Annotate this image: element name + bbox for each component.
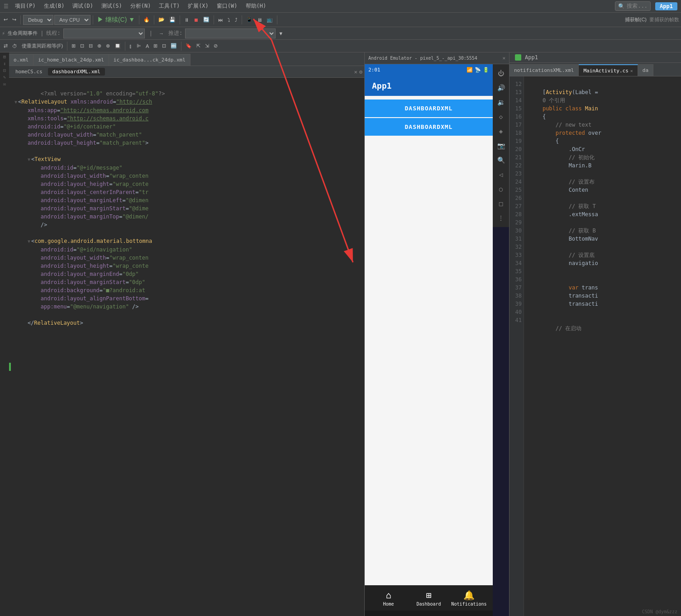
editor-btn-align6[interactable]: 🔤	[169, 42, 179, 50]
stop-button[interactable]: ⏹	[192, 16, 200, 24]
back-icon[interactable]: ◁	[497, 169, 505, 180]
editor-btn-6[interactable]: ⊕	[95, 42, 103, 50]
cpu-select[interactable]: Any CPU	[54, 15, 90, 25]
right-tab-close-icon[interactable]: ✕	[630, 68, 633, 73]
step-advance-button[interactable]: →	[157, 30, 166, 37]
editor-btn-align4[interactable]: ⊞	[152, 42, 159, 50]
step-dropdown-button[interactable]: ▼	[276, 30, 285, 37]
volume-up-icon[interactable]: 🔊	[495, 82, 507, 93]
square-icon[interactable]: □	[497, 198, 505, 209]
device-app-name: App1	[372, 81, 391, 90]
notifications-nav-icon: 🔔	[463, 590, 475, 601]
right-tab-notifications[interactable]: notificationsXML.xml	[510, 64, 579, 76]
menu-extensions[interactable]: 扩展(X)	[184, 1, 212, 11]
xml-code-editor[interactable]: <?xml version="1.0" encoding="utf-8"?> ▼…	[9, 78, 364, 616]
nav-notifications[interactable]: 🔔 Notifications	[449, 590, 489, 607]
tab2-dashboard[interactable]: dashboardXML.xml	[48, 68, 105, 76]
search-box[interactable]: 🔍 搜索...	[615, 1, 651, 11]
structure-icon-4[interactable]: ✎	[3, 75, 6, 80]
editor-btn-bm4[interactable]: ⊘	[212, 42, 219, 50]
editor-btn-3[interactable]: ⊞	[70, 42, 77, 50]
editor-btn-bookmark[interactable]: 🔖	[184, 42, 194, 50]
editor-btn-bm2[interactable]: ⇱	[195, 42, 202, 50]
list-item-1[interactable]: DASHBOARDXML	[365, 100, 493, 117]
device-manager-button[interactable]: 📱	[244, 16, 254, 24]
tab-ic-home[interactable]: ic_home_black_24dp.xml	[33, 54, 109, 66]
right-panel-wrapper: Android Emulator - pixel_5_-_api_30:5554…	[364, 52, 681, 616]
volume-down-icon[interactable]: 🔉	[495, 97, 507, 108]
settings-editor-icon[interactable]: ⚙	[359, 69, 362, 75]
debug-config-select[interactable]: Debug	[23, 15, 53, 25]
more-icon[interactable]: ⋮	[496, 213, 506, 223]
nav-dashboard[interactable]: ⊞ Dashboard	[409, 590, 449, 607]
breakpoint-button[interactable]: ⏸	[182, 16, 191, 24]
menu-help[interactable]: 帮助(H)	[242, 1, 270, 11]
structure-icon-1[interactable]: ⊞	[3, 54, 6, 59]
editor-btn-7[interactable]: ⊗	[104, 42, 112, 50]
menu-debug[interactable]: 调试(D)	[69, 1, 97, 11]
device-button2[interactable]: 🖥	[255, 16, 264, 24]
device-bottom-nav: ⌂ Home ⊞ Dashboard 🔔 Notifications	[365, 585, 493, 611]
menu-test[interactable]: 测试(S)	[98, 1, 126, 11]
menu-window[interactable]: 窗口(W)	[213, 1, 241, 11]
structure-icon-3[interactable]: ⊡	[3, 68, 6, 73]
open-file-button[interactable]: 📂	[157, 16, 167, 24]
nav-home[interactable]: ⌂ Home	[368, 590, 409, 607]
eraser-icon[interactable]: ◈	[497, 126, 505, 137]
toolbar-3: ⇄ ⏱ 使垂直间距相等(F) ⊞ ⊡ ⊟ ⊕ ⊗ 🔲 ⫿ ⊫ A ⊞ ⊡ 🔤 🔖…	[0, 40, 681, 52]
emulator-button[interactable]: 📺	[265, 16, 275, 24]
app-title: App1	[655, 2, 677, 10]
save-button[interactable]: 💾	[167, 16, 177, 24]
rotate-icon[interactable]: ◇	[497, 111, 505, 122]
editor-btn-8[interactable]: 🔲	[113, 42, 123, 50]
step-select[interactable]	[185, 28, 276, 38]
right-code-wrapper: 1213141516171819202122232425262728293031…	[510, 76, 681, 616]
list-item-2[interactable]: DASHBOARDXML	[365, 118, 493, 136]
editor-btn-align5[interactable]: ⊡	[160, 42, 168, 50]
step-out-button[interactable]: ⤴	[233, 16, 239, 24]
structure-icon-5[interactable]: ✉	[3, 81, 6, 86]
step-over-button[interactable]: ⏭	[216, 16, 225, 24]
tab-oxml[interactable]: o.xml	[9, 54, 33, 66]
editor-btn-5[interactable]: ⊟	[87, 42, 95, 50]
power-icon[interactable]: ⏻	[496, 68, 506, 79]
editor-btn-align2[interactable]: ⊫	[135, 42, 143, 50]
editor-btn-align1[interactable]: ⫿	[128, 43, 134, 50]
emulator-panel: Android Emulator - pixel_5_-_api_30:5554…	[364, 52, 509, 616]
structure-icon-2[interactable]: ↕	[3, 61, 6, 66]
capture-desc: 要捕获的帧数	[649, 16, 679, 23]
editor-btn-vertdist[interactable]: 使垂直间距相等(F)	[20, 42, 65, 50]
right-tab-mainactivity[interactable]: MainActivity.cs ✕	[579, 64, 638, 76]
menu-analyze[interactable]: 分析(N)	[127, 1, 155, 11]
close-editor-icon[interactable]: ✕	[354, 69, 357, 75]
editor-btn-align3[interactable]: A	[144, 43, 151, 50]
step-into-button[interactable]: ⤵	[226, 16, 232, 24]
app1-icon	[515, 54, 521, 61]
thread-select[interactable]	[63, 28, 145, 38]
tab-ic-dashboard[interactable]: ic_dashboa...ck_24dp.xml	[109, 54, 190, 66]
menu-project[interactable]: 项目(P)	[11, 1, 39, 11]
app1-title: App1	[525, 54, 538, 61]
device-time: 2:01	[368, 67, 381, 73]
emulator-close-button[interactable]: ✕	[502, 55, 505, 61]
lifecycle-events-button[interactable]: 生命周期事件	[6, 29, 39, 38]
capture-frames-button[interactable]: 捕获帧(C)	[623, 15, 648, 24]
menu-tools[interactable]: 工具(T)	[155, 1, 183, 11]
editor-btn-bm3[interactable]: ⇲	[203, 42, 211, 50]
zoom-icon[interactable]: 🔍	[495, 155, 507, 166]
circle-icon[interactable]: ○	[497, 184, 505, 194]
menu-build[interactable]: 生成(B)	[40, 1, 68, 11]
run-button[interactable]: ▶ 继续(C) ▼	[95, 15, 137, 25]
redo-button[interactable]: ↪	[10, 16, 18, 24]
camera-icon[interactable]: 📷	[495, 140, 507, 151]
left-gutter: ⊞ ↕ ⊡ ✎ ✉	[0, 52, 9, 616]
restart-button[interactable]: 🔄	[201, 16, 211, 24]
right-tab-da[interactable]: da	[638, 64, 653, 76]
hot-reload-button[interactable]: 🔥	[142, 16, 152, 24]
editor-btn-4[interactable]: ⊡	[78, 42, 86, 50]
editor-btn-2[interactable]: ⏱	[10, 43, 19, 50]
tab2-home[interactable]: homeCS.cs	[11, 68, 47, 76]
right-code-content[interactable]: [Activity(Label = 0 个引用 public class Mai…	[524, 76, 681, 616]
editor-btn-1[interactable]: ⇄	[2, 42, 10, 50]
undo-button[interactable]: ↩	[2, 16, 10, 24]
